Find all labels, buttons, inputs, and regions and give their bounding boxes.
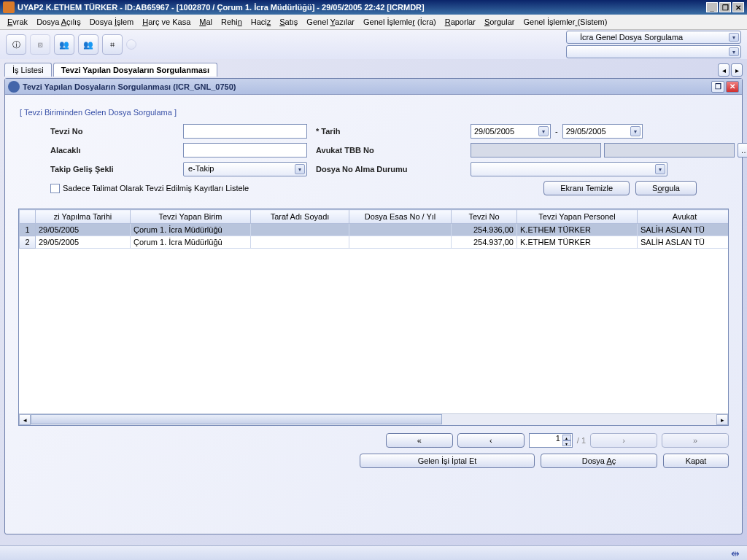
col-header[interactable]: Taraf Adı Soyadı [251, 210, 349, 224]
gelen-isi-iptal-button[interactable]: Gelen İşi İptal Et [360, 454, 535, 468]
calendar-icon[interactable] [538, 126, 549, 136]
cell: Çorum 1. İcra Müdürlüğü [131, 236, 251, 249]
menu-dosya-a-l-[interactable]: Dosya Açılış [32, 16, 85, 28]
horizontal-scrollbar[interactable]: ◂ ▸ [19, 413, 728, 425]
tab-prev-button[interactable]: ◂ [718, 63, 729, 77]
scroll-thumb[interactable] [31, 414, 442, 424]
col-header[interactable]: Dosya Esas No / Yıl [349, 210, 452, 224]
col-rownum[interactable] [20, 210, 36, 224]
menu-rehin[interactable]: Rehin [217, 16, 247, 28]
pager-first-button[interactable]: « [386, 433, 453, 448]
row-number: 1 [20, 224, 36, 236]
col-header[interactable]: Avukat [638, 210, 729, 224]
pager-current: 1 [556, 434, 560, 443]
chevron-down-icon[interactable] [729, 47, 739, 56]
scroll-right-button[interactable]: ▸ [716, 414, 728, 425]
menu-genel-i-lemler-sistem-[interactable]: Genel İşlemler (Sistem) [519, 16, 611, 28]
label-avukat-tbb: Avukat TBB No [316, 146, 462, 155]
cell [251, 224, 349, 236]
chevron-down-icon[interactable] [729, 33, 739, 42]
app-icon [3, 1, 15, 13]
input-tarih-baslangic[interactable]: 29/05/2005 [471, 124, 551, 139]
inner-titlebar: Tevzi Yapılan Dosyaların Sorgulanması (I… [5, 79, 742, 95]
menu-raporlar[interactable]: Raporlar [441, 16, 480, 28]
menu-har-ve-kasa[interactable]: Harç ve Kasa [138, 16, 195, 28]
inner-restore-button[interactable]: ❐ [711, 81, 724, 93]
spin-down[interactable]: ▾ [562, 440, 571, 446]
col-header[interactable]: Tevzi Yapan Birim [131, 210, 251, 224]
status-indicator-icon: ⇹ [731, 548, 740, 559]
tab-next-button[interactable]: ▸ [731, 63, 743, 77]
calendar-icon[interactable] [630, 126, 640, 136]
footer-buttons: Gelen İşi İptal Et Dosya Aç Kapat [5, 451, 742, 468]
chevron-down-icon[interactable] [655, 164, 665, 174]
ekrani-temizle-button[interactable]: Ekranı Temizle [543, 181, 630, 195]
pager-prev-button[interactable]: ‹ [457, 433, 525, 448]
menu-genel-i-lemler-i-cra-[interactable]: Genel İşlemler (İcra) [359, 16, 441, 28]
col-header[interactable]: Tevzi Yapan Personel [517, 210, 638, 224]
label-tevzi-no: Tevzi No [50, 127, 174, 136]
toolbar-info-button[interactable]: ⓘ [6, 34, 26, 55]
table-row[interactable]: 129/05/2005Çorum 1. İcra Müdürlüğü254.93… [20, 224, 729, 236]
table-row[interactable]: 229/05/2005Çorum 1. İcra Müdürlüğü254.93… [20, 236, 729, 249]
label-dosya-no-alma: Dosya No Alma Durumu [316, 165, 462, 174]
minimize-button[interactable]: _ [706, 2, 718, 12]
toolbar-users2-button[interactable]: 👥 [78, 34, 98, 55]
cell: 29/05/2005 [36, 236, 131, 249]
date-separator: - [555, 127, 558, 136]
input-tevzi-no[interactable] [183, 124, 307, 139]
inner-close-button[interactable]: ✕ [726, 81, 739, 93]
select-takip-gelis[interactable]: e-Takip [183, 162, 307, 176]
cell: K.ETHEM TÜRKER [517, 224, 638, 236]
tab-tevzi-sorgu[interactable]: Tevzi Yapılan Dosyaların Sorgulanması [53, 63, 217, 77]
fieldset-label: [ Tevzi Biriminden Gelen Dosya Sorgulama… [14, 108, 733, 117]
kapat-button[interactable]: Kapat [663, 454, 729, 468]
cell: SALİH ASLAN TÜ [638, 224, 729, 236]
menu-haciz[interactable]: Haciz [247, 16, 276, 28]
top-combo-text: İcra Genel Dosya Sorgulama [580, 33, 683, 42]
cell: 254.936,00 [452, 224, 517, 236]
pager-last-button: » [662, 433, 729, 448]
window-title: UYAP2 K.ETHEM TÜRKER - ID:AB65967 - [100… [18, 3, 425, 12]
tab-is-listesi[interactable]: İş Listesi [4, 63, 52, 77]
menu-sorgular[interactable]: Sorgular [480, 16, 519, 28]
chevron-down-icon[interactable] [295, 164, 305, 174]
scroll-left-button[interactable]: ◂ [19, 414, 31, 425]
row-number: 2 [20, 236, 36, 249]
menu-evrak[interactable]: Evrak [3, 16, 32, 28]
col-header[interactable]: zi Yapılma Tarihi [36, 210, 131, 224]
lookup-button[interactable]: … [738, 143, 747, 158]
input-avukat-tbb-1 [471, 143, 601, 158]
date-start-text: 29/05/2005 [474, 127, 514, 136]
checkbox-label: Sadece Talimat Olarak Tevzi Edilmiş Kayı… [63, 184, 249, 192]
menu-dosya-i-lem[interactable]: Dosya İşlem [85, 16, 139, 28]
sorgula-button[interactable]: Sorgula [635, 181, 697, 195]
spin-up[interactable]: ▴ [562, 435, 571, 440]
pager-next-button: › [590, 433, 657, 448]
restore-button[interactable]: ❐ [719, 2, 731, 12]
cell: Çorum 1. İcra Müdürlüğü [131, 224, 251, 236]
toolbar-calc-button[interactable]: ⌗ [102, 34, 123, 55]
inner-window: Tevzi Yapılan Dosyaların Sorgulanması (I… [4, 78, 743, 534]
input-alacakli[interactable] [183, 143, 307, 158]
toolbar-users1-button[interactable]: 👥 [54, 34, 74, 55]
menu-sat-[interactable]: Satış [275, 16, 302, 28]
cell [251, 236, 349, 249]
label-tarih: * Tarih [316, 127, 462, 136]
top-combo-2[interactable] [566, 45, 741, 58]
toolbar-dot-button [126, 39, 136, 50]
close-button[interactable]: ✕ [732, 2, 744, 12]
menu-mal[interactable]: Mal [195, 16, 217, 28]
dosya-ac-button[interactable]: Dosya Aç [541, 454, 657, 468]
checkbox-talimat[interactable] [50, 184, 60, 193]
inner-icon [8, 81, 20, 93]
inner-title-text: Tevzi Yapılan Dosyaların Sorgulanması (I… [23, 82, 236, 91]
input-tarih-bitis[interactable]: 29/05/2005 [562, 124, 643, 139]
top-combo-label[interactable]: İcra Genel Dosya Sorgulama [566, 31, 741, 44]
col-header[interactable]: Tevzi No [452, 210, 517, 224]
cell [349, 224, 452, 236]
pager-total: / 1 [577, 436, 586, 445]
select-dosya-no-alma[interactable] [471, 162, 667, 176]
menu-genel-yaz-lar[interactable]: Genel Yazılar [302, 16, 359, 28]
pager-page-input[interactable]: 1 ▴▾ [529, 433, 573, 448]
